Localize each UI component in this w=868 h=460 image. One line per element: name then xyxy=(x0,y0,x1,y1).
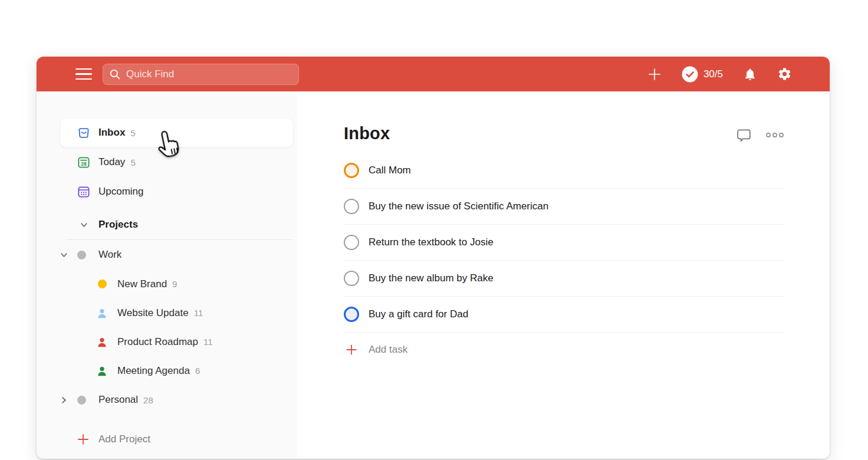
chevron-down-icon xyxy=(77,221,90,229)
task-label: Buy the new issue of Scientific American xyxy=(369,201,548,212)
sidebar-item-count: 5 xyxy=(130,128,135,138)
chevron-down-icon[interactable] xyxy=(57,251,70,259)
plus-icon xyxy=(344,343,359,356)
sidebar-project-product-roadmap[interactable]: Product Roadmap 11 xyxy=(37,327,297,356)
comments-icon[interactable] xyxy=(735,127,752,144)
today-calendar-icon: 28 xyxy=(77,156,90,169)
search-icon xyxy=(109,68,121,80)
add-task-label: Add task xyxy=(369,344,407,356)
more-options-icon[interactable] xyxy=(765,132,784,139)
project-label: Work xyxy=(98,249,121,261)
task-row[interactable]: Buy the new album by Rake xyxy=(344,261,784,297)
sidebar-project-personal[interactable]: Personal 28 xyxy=(37,385,297,415)
task-row[interactable]: Call Mom xyxy=(344,153,784,189)
sidebar-projects-header[interactable]: Projects xyxy=(37,210,297,239)
svg-text:28: 28 xyxy=(81,160,87,166)
sidebar-project-work[interactable]: Work xyxy=(37,240,297,270)
task-checkbox[interactable] xyxy=(344,163,359,178)
todoist-app-window: 30/5 xyxy=(37,57,830,459)
task-row[interactable]: Return the textbook to Josie xyxy=(344,225,784,261)
task-checkbox[interactable] xyxy=(344,307,359,322)
upcoming-calendar-icon xyxy=(77,185,90,199)
settings-gear-icon[interactable] xyxy=(777,67,792,81)
project-label: Website Update xyxy=(117,307,189,319)
add-project-button[interactable]: Add Project xyxy=(37,429,297,450)
project-label: New Brand xyxy=(117,278,167,290)
task-list: Call Mom Buy the new issue of Scientific… xyxy=(344,153,784,367)
task-label: Buy a gift card for Dad xyxy=(369,308,468,320)
sidebar-item-inbox[interactable]: Inbox 5 xyxy=(60,118,293,147)
task-checkbox[interactable] xyxy=(344,235,359,250)
menu-hamburger-icon[interactable] xyxy=(75,68,92,80)
topbar-actions: 30/5 xyxy=(647,66,792,83)
person-icon xyxy=(96,336,108,348)
task-row[interactable]: Buy the new issue of Scientific American xyxy=(344,189,784,225)
projects-header-label: Projects xyxy=(98,219,138,231)
task-row[interactable]: Buy a gift card for Dad xyxy=(344,297,784,333)
project-count: 28 xyxy=(143,395,153,405)
completed-counter-text: 30/5 xyxy=(703,68,723,80)
project-label: Product Roadmap xyxy=(117,336,198,348)
sidebar-project-meeting-agenda[interactable]: Meeting Agenda 6 xyxy=(37,356,297,385)
top-bar: 30/5 xyxy=(37,57,830,91)
page-title: Inbox xyxy=(344,124,390,143)
project-count: 11 xyxy=(203,337,213,347)
add-task-button[interactable]: Add task xyxy=(344,333,784,367)
check-circle-icon xyxy=(682,66,698,83)
sidebar-item-label: Inbox xyxy=(98,127,125,139)
add-task-plus-icon[interactable] xyxy=(647,67,662,81)
sidebar-item-upcoming[interactable]: Upcoming xyxy=(37,177,297,206)
project-count: 6 xyxy=(195,366,200,376)
project-color-dot xyxy=(75,396,88,405)
task-checkbox[interactable] xyxy=(344,271,359,286)
add-project-label: Add Project xyxy=(98,433,150,445)
quick-find-search[interactable] xyxy=(103,64,299,85)
chevron-right-icon[interactable] xyxy=(57,396,70,405)
task-checkbox[interactable] xyxy=(344,199,359,214)
project-count: 11 xyxy=(194,308,203,318)
sidebar: Inbox 5 28 Today 5 xyxy=(37,91,297,459)
task-label: Return the textbook to Josie xyxy=(369,236,494,248)
sidebar-project-new-brand[interactable]: New Brand 9 xyxy=(37,270,297,298)
project-color-dot xyxy=(96,280,108,288)
project-label: Meeting Agenda xyxy=(117,365,190,377)
task-label: Call Mom xyxy=(369,165,411,176)
person-icon xyxy=(96,307,108,319)
search-input[interactable] xyxy=(126,68,292,80)
project-count: 9 xyxy=(172,279,177,289)
task-label: Buy the new album by Rake xyxy=(369,272,494,284)
main-content: Inbox xyxy=(297,91,830,459)
inbox-icon xyxy=(77,126,90,140)
plus-icon xyxy=(77,433,90,446)
sidebar-item-count: 5 xyxy=(130,157,135,167)
sidebar-item-label: Upcoming xyxy=(98,186,144,198)
sidebar-item-today[interactable]: 28 Today 5 xyxy=(37,147,297,177)
sidebar-item-label: Today xyxy=(98,156,125,168)
sidebar-project-website-update[interactable]: Website Update 11 xyxy=(37,298,297,327)
project-label: Personal xyxy=(98,394,138,406)
notifications-bell-icon[interactable] xyxy=(743,67,757,81)
person-icon xyxy=(96,365,108,377)
project-color-dot xyxy=(75,251,88,259)
completed-counter-badge[interactable]: 30/5 xyxy=(682,66,723,83)
